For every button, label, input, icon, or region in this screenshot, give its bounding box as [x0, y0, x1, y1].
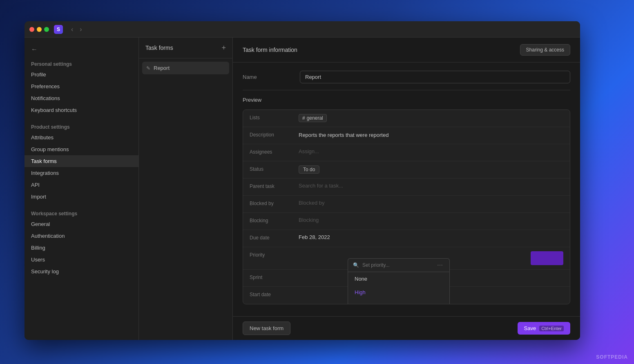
sidebar-item-attributes[interactable]: Attributes	[25, 132, 138, 143]
form-field-blocking: Blocking Blocking	[243, 213, 570, 230]
section-label-product: Product settings	[25, 121, 138, 132]
main-footer: New task form Save Ctrl+Enter	[233, 316, 580, 340]
field-value-blocked-by[interactable]: Blocked by	[299, 200, 563, 206]
sidebar-item-task-forms[interactable]: Task forms	[25, 155, 138, 167]
sidebar-item-label: Integrations	[31, 170, 59, 176]
form-field-priority: Priority 🔍 ⋯	[243, 247, 570, 270]
field-label-parent-task: Parent task	[250, 183, 299, 189]
sidebar-item-label: Import	[31, 194, 46, 200]
field-label-lists: Lists	[250, 114, 299, 121]
sidebar-item-label: Authentication	[31, 233, 65, 239]
list-item-report[interactable]: ✎ Report	[142, 62, 229, 74]
priority-search-bar: 🔍 ⋯	[348, 258, 450, 272]
form-field-blocked-by: Blocked by Blocked by	[243, 196, 570, 213]
sidebar-item-integrations[interactable]: Integrations	[25, 167, 138, 179]
name-field-row: Name Report	[243, 71, 570, 83]
form-field-description: Description Reports the reports that wer…	[243, 127, 570, 144]
priority-options-list: None High Medium Low	[348, 272, 450, 304]
sidebar-item-preferences[interactable]: Preferences	[25, 80, 138, 92]
list-tag-general: # general	[299, 114, 327, 122]
field-value-assignees[interactable]: Assign...	[299, 148, 563, 154]
preview-label: Preview	[243, 97, 570, 103]
field-label-start-date: Start date	[250, 291, 299, 297]
search-icon: 🔍	[353, 262, 359, 268]
save-label: Save	[524, 325, 536, 331]
options-icon[interactable]: ⋯	[435, 262, 444, 268]
section-label-workspace: Workspace settings	[25, 208, 138, 218]
status-badge: To do	[299, 165, 319, 174]
field-value-blocking[interactable]: Blocking	[299, 217, 563, 223]
field-value-parent-task[interactable]: Search for a task...	[299, 183, 563, 189]
sidebar-item-import[interactable]: Import	[25, 191, 138, 203]
field-label-priority: Priority	[250, 251, 299, 258]
priority-option-medium[interactable]: Medium	[348, 299, 449, 304]
sidebar-item-label: Billing	[31, 245, 45, 251]
hash-icon: #	[302, 115, 305, 121]
sidebar-item-label: Preferences	[31, 83, 60, 89]
form-preview: Lists # general Description Repo	[243, 109, 570, 304]
save-button[interactable]: Save Ctrl+Enter	[518, 322, 570, 335]
new-task-form-button[interactable]: New task form	[243, 322, 290, 335]
field-label-description: Description	[250, 131, 299, 138]
field-value-due-date[interactable]: Feb 28, 2022	[299, 234, 563, 240]
field-label-due-date: Due date	[250, 234, 299, 241]
app-logo: S	[54, 25, 63, 34]
name-input[interactable]: Report	[300, 71, 570, 83]
field-label-blocked-by: Blocked by	[250, 200, 299, 206]
sidebar-item-group-mentions[interactable]: Group mentions	[25, 143, 138, 155]
sidebar-item-label: Attributes	[31, 134, 54, 141]
sidebar-item-profile[interactable]: Profile	[25, 69, 138, 80]
field-value-lists[interactable]: # general	[299, 114, 563, 122]
save-shortcut-badge: Ctrl+Enter	[539, 326, 564, 331]
section-divider	[243, 90, 570, 90]
list-item-label: Report	[154, 65, 170, 71]
sidebar-item-label: Group mentions	[31, 146, 69, 152]
sharing-access-button[interactable]: Sharing & access	[520, 44, 570, 56]
sidebar-item-label: Users	[31, 257, 45, 263]
sidebar-item-billing[interactable]: Billing	[25, 242, 138, 254]
task-forms-list: ✎ Report	[139, 58, 232, 340]
field-label-assignees: Assignees	[250, 148, 299, 155]
sidebar-item-api[interactable]: API	[25, 179, 138, 191]
sidebar-item-label: Profile	[31, 71, 46, 78]
priority-option-high[interactable]: High	[348, 286, 449, 299]
add-task-form-button[interactable]: +	[221, 44, 226, 51]
sidebar-item-label: Security log	[31, 268, 59, 275]
name-label: Name	[243, 74, 300, 80]
forward-nav-button[interactable]: ›	[78, 25, 83, 34]
app-window: S ‹ › ← Personal settings Profile Prefer…	[25, 21, 580, 340]
form-field-assignees: Assignees Assign...	[243, 144, 570, 161]
middle-panel: Task forms + ✎ Report	[139, 38, 233, 340]
field-label-blocking: Blocking	[250, 217, 299, 223]
field-label-status: Status	[250, 165, 299, 172]
sidebar-item-label: Notifications	[31, 95, 60, 101]
sidebar-item-users[interactable]: Users	[25, 254, 138, 266]
close-button[interactable]	[29, 27, 34, 32]
maximize-button[interactable]	[44, 27, 49, 32]
sidebar-item-security-log[interactable]: Security log	[25, 266, 138, 277]
main-body: Name Report Preview Lists #	[233, 63, 580, 316]
sidebar-item-notifications[interactable]: Notifications	[25, 92, 138, 104]
edit-icon: ✎	[146, 65, 150, 71]
middle-panel-header: Task forms +	[139, 38, 232, 58]
priority-option-none[interactable]: None	[348, 272, 449, 286]
sidebar: ← Personal settings Profile Preferences …	[25, 38, 139, 340]
window-body: ← Personal settings Profile Preferences …	[25, 38, 580, 340]
sidebar-item-keyboard-shortcuts[interactable]: Keyboard shortcuts	[25, 104, 138, 116]
back-nav-button[interactable]: ‹	[69, 25, 75, 34]
section-label-personal: Personal settings	[25, 58, 138, 69]
priority-search-input[interactable]	[362, 262, 432, 268]
field-value-status[interactable]: To do	[299, 165, 563, 174]
field-value-description[interactable]: Reports the reports that were reported	[299, 131, 563, 139]
form-field-status: Status To do	[243, 161, 570, 179]
sidebar-item-label: General	[31, 221, 50, 227]
sidebar-item-label: API	[31, 182, 40, 188]
priority-dropdown: 🔍 ⋯ None High Medium Low	[348, 258, 450, 304]
list-name: general	[307, 115, 323, 121]
desktop-background: S ‹ › ← Personal settings Profile Prefer…	[0, 0, 634, 364]
main-title: Task form information	[243, 47, 297, 53]
minimize-button[interactable]	[37, 27, 42, 32]
sidebar-item-general[interactable]: General	[25, 218, 138, 230]
sidebar-back-button[interactable]: ←	[25, 44, 138, 58]
sidebar-item-authentication[interactable]: Authentication	[25, 230, 138, 242]
